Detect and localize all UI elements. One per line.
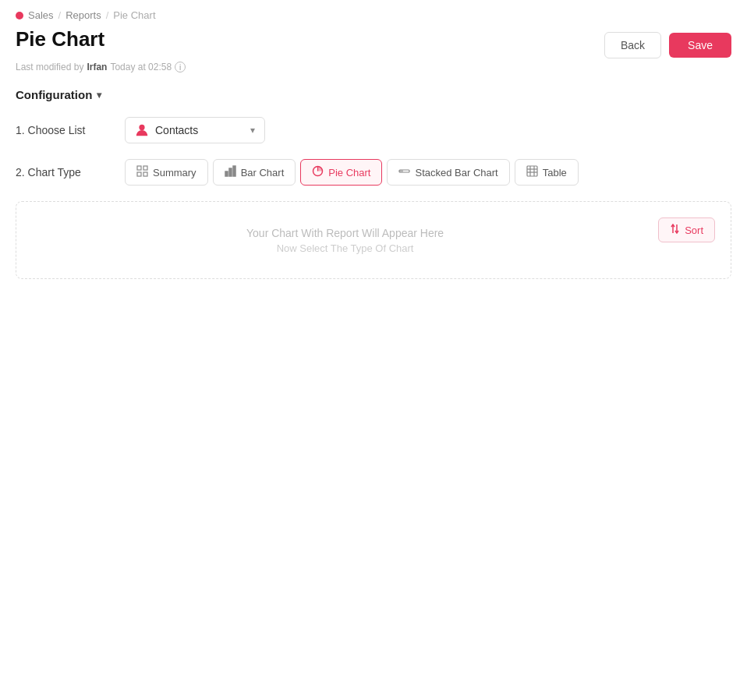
config-row-list: 1. Choose List Contacts ▾ [16, 117, 731, 143]
svg-rect-5 [225, 171, 228, 176]
breadcrumb-reports[interactable]: Reports [65, 9, 101, 21]
sort-button[interactable]: Sort [658, 217, 715, 242]
chart-type-summary-label: Summary [153, 167, 196, 179]
chart-placeholder-title: Your Chart With Report Will Appear Here [246, 227, 444, 239]
stacked-bar-icon [398, 165, 410, 179]
svg-rect-6 [229, 168, 232, 176]
header-row: Pie Chart Back Save [16, 27, 731, 58]
config-row-chart-type: 2. Chart Type Summary [16, 159, 731, 186]
svg-rect-1 [137, 166, 141, 170]
person-icon [135, 123, 149, 137]
meta-text: Last modified by [16, 62, 83, 72]
header-buttons: Back Save [604, 32, 731, 58]
chart-placeholder: Your Chart With Report Will Appear Here … [32, 227, 658, 254]
svg-point-0 [139, 125, 144, 130]
chart-placeholder-sub: Now Select The Type Of Chart [277, 242, 414, 254]
table-icon [526, 165, 538, 179]
chart-type-group: Summary Bar Chart [125, 159, 579, 186]
summary-icon [136, 165, 148, 179]
meta-row: Last modified by Irfan Today at 02:58 i [16, 62, 731, 72]
step1-label: 1. Choose List [16, 124, 109, 136]
svg-rect-2 [143, 166, 147, 170]
chart-type-pie-label: Pie Chart [328, 167, 370, 179]
dropdown-caret-icon: ▾ [250, 125, 255, 136]
chart-type-bar-label: Bar Chart [241, 167, 285, 179]
breadcrumb-current: Pie Chart [113, 9, 155, 21]
chart-type-pie[interactable]: Pie Chart [300, 159, 382, 186]
chart-type-stacked[interactable]: Stacked Bar Chart [387, 159, 509, 186]
bar-chart-icon [225, 165, 236, 179]
list-select-inner: Contacts [135, 123, 198, 137]
pie-chart-icon [312, 165, 324, 179]
breadcrumb-dot [16, 12, 23, 19]
back-button[interactable]: Back [604, 32, 661, 58]
breadcrumb: Sales / Reports / Pie Chart [16, 9, 731, 21]
svg-rect-7 [233, 166, 235, 176]
sort-icon [670, 224, 680, 236]
list-select-value: Contacts [155, 124, 198, 136]
chart-type-summary[interactable]: Summary [125, 159, 208, 186]
chevron-down-icon: ▾ [97, 90, 101, 101]
config-section: Configuration ▾ 1. Choose List Contacts … [16, 88, 731, 279]
sort-label: Sort [685, 224, 703, 236]
svg-rect-12 [527, 166, 537, 176]
svg-rect-3 [137, 172, 141, 176]
breadcrumb-sales[interactable]: Sales [28, 9, 54, 21]
breadcrumb-sep2: / [106, 9, 109, 21]
svg-rect-4 [143, 172, 147, 176]
page-title: Pie Chart [16, 27, 104, 51]
chart-area: Your Chart With Report Will Appear Here … [16, 201, 731, 279]
meta-time: Today at 02:58 [110, 62, 172, 72]
chart-type-stacked-label: Stacked Bar Chart [415, 167, 497, 179]
breadcrumb-sep1: / [58, 9, 62, 21]
step2-label: 2. Chart Type [16, 166, 109, 179]
info-icon[interactable]: i [175, 62, 186, 72]
chart-type-table-label: Table [543, 167, 567, 179]
chart-type-bar[interactable]: Bar Chart [213, 159, 296, 186]
svg-rect-11 [399, 170, 403, 172]
config-header[interactable]: Configuration ▾ [16, 88, 731, 101]
meta-user: Irfan [87, 62, 107, 72]
config-label: Configuration [16, 88, 92, 101]
chart-type-table[interactable]: Table [515, 159, 579, 186]
choose-list-dropdown[interactable]: Contacts ▾ [125, 117, 265, 143]
save-button[interactable]: Save [669, 33, 731, 58]
